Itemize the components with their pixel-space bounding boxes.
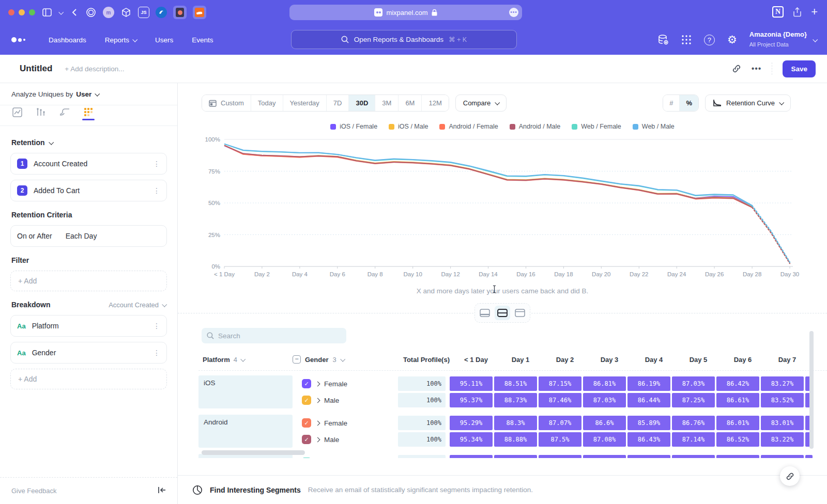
day-column-header[interactable]: Day 6 xyxy=(721,356,765,364)
report-title[interactable]: Untitled xyxy=(20,64,52,74)
back-button[interactable] xyxy=(72,9,77,16)
unit-percent-toggle[interactable]: % xyxy=(680,95,698,111)
mixpanel-logo[interactable] xyxy=(11,37,32,42)
chart-type-dropdown[interactable]: Retention Curve xyxy=(705,94,791,112)
nav-item-users[interactable]: Users xyxy=(155,36,173,44)
retention-value-cell[interactable]: 95.37% xyxy=(450,393,493,407)
legend-item[interactable]: iOS / Male xyxy=(389,123,428,130)
series-checkbox[interactable]: ✓ xyxy=(302,418,311,428)
retention-value-cell[interactable]: 88.51% xyxy=(494,376,537,391)
retention-value-cell[interactable]: 86.6% xyxy=(583,416,626,430)
retention-value-cell[interactable]: 91.43% xyxy=(494,455,537,458)
range-12m[interactable]: 12M xyxy=(422,95,448,111)
retention-value-cell[interactable]: 87.07% xyxy=(539,416,581,430)
globe-extension-icon[interactable] xyxy=(156,7,167,18)
legend-item[interactable]: Web / Male xyxy=(633,123,675,130)
retention-value-cell[interactable]: 88.3% xyxy=(494,416,537,430)
collapse-sidebar-icon[interactable] xyxy=(158,486,166,495)
nav-item-reports[interactable]: Reports xyxy=(105,36,136,44)
nav-item-dashboards[interactable]: Dashboards xyxy=(49,36,86,44)
legend-item[interactable]: Android / Male xyxy=(510,123,561,130)
retention-value-cell[interactable]: 83.52% xyxy=(761,393,804,407)
day-column-header[interactable]: Day 4 xyxy=(632,356,676,364)
retention-value-cell[interactable]: 86.81% xyxy=(583,376,626,391)
day-column-header[interactable]: Day 2 xyxy=(543,356,587,364)
retention-value-cell[interactable]: 86.76% xyxy=(672,416,715,430)
breakdown-add-button[interactable]: + Add xyxy=(10,369,167,389)
legend-item[interactable]: Web / Female xyxy=(572,123,621,130)
close-window-button[interactable] xyxy=(8,9,14,15)
step-options-icon[interactable]: ⋮ xyxy=(153,160,160,168)
retention-value-cell[interactable]: 88.07% xyxy=(716,455,759,458)
range-3m[interactable]: 3M xyxy=(375,95,399,111)
range-today[interactable]: Today xyxy=(251,95,283,111)
analyze-value-dropdown[interactable]: User xyxy=(76,90,99,98)
day-column-header[interactable]: Day 3 xyxy=(587,356,632,364)
day-column-header[interactable]: Day 5 xyxy=(676,356,721,364)
report-description-placeholder[interactable]: + Add description... xyxy=(65,65,124,73)
find-segments-title[interactable]: Find Interesting Segments xyxy=(210,486,301,494)
breakdown-scope-dropdown[interactable]: Account Created xyxy=(109,301,166,309)
retention-value-cell[interactable]: 86.52% xyxy=(716,432,759,447)
series-checkbox[interactable]: ✓ xyxy=(302,396,311,405)
help-icon[interactable]: ? xyxy=(704,35,715,45)
legend-item[interactable]: iOS / Female xyxy=(330,123,377,130)
retention-step-1[interactable]: 1Account Created⋮ xyxy=(10,153,167,175)
retention-value-cell[interactable]: 85.89% xyxy=(627,416,670,430)
view-table-only-toggle[interactable] xyxy=(512,306,528,320)
expand-row-icon[interactable] xyxy=(315,381,320,386)
platform-cell[interactable]: iOS xyxy=(198,375,293,408)
settings-gear-icon[interactable]: ⚙ xyxy=(727,34,737,46)
apps-grid-icon[interactable] xyxy=(681,35,692,45)
project-switcher[interactable]: Amazonia {Demo} All Project Data xyxy=(749,30,817,49)
maximize-window-button[interactable] xyxy=(29,9,35,15)
give-feedback-link[interactable]: Give Feedback xyxy=(11,487,56,495)
retention-value-cell[interactable]: 86.44% xyxy=(627,393,670,407)
save-button[interactable]: Save xyxy=(783,60,816,77)
retention-value-cell[interactable]: 83.01% xyxy=(761,416,804,430)
copy-link-icon[interactable] xyxy=(732,64,741,73)
tab-retention[interactable] xyxy=(83,108,94,120)
retention-value-cell[interactable]: 90.51% xyxy=(539,455,581,458)
target-extension-icon[interactable] xyxy=(85,7,97,18)
retention-value-cell[interactable]: 87.46% xyxy=(539,393,581,407)
filter-add-button[interactable]: + Add xyxy=(10,271,167,291)
gender-cell[interactable]: ✓Female xyxy=(293,458,398,458)
retention-value-cell[interactable]: 83.22% xyxy=(761,432,804,447)
retention-value-cell[interactable]: 86.42% xyxy=(716,376,759,391)
legend-item[interactable]: Android / Female xyxy=(439,123,498,130)
range-custom[interactable]: Custom xyxy=(202,95,251,111)
criteria-operator[interactable]: On or After xyxy=(17,232,52,240)
retention-value-cell[interactable]: 96.37% xyxy=(450,455,493,458)
day-column-header[interactable]: < 1 Day xyxy=(454,356,498,364)
avatar-extension-icon[interactable]: m xyxy=(103,7,114,18)
retention-value-cell[interactable]: 95.29% xyxy=(450,416,493,430)
day-column-header[interactable]: Day 7 xyxy=(765,356,809,364)
gender-cell[interactable]: ✓Male xyxy=(293,435,398,444)
floating-share-link-button[interactable] xyxy=(780,466,800,486)
step-options-icon[interactable]: ⋮ xyxy=(153,186,160,195)
retention-value-cell[interactable]: 88.88% xyxy=(494,432,537,447)
criteria-interval[interactable]: Each Day xyxy=(66,232,97,240)
gender-cell[interactable]: ✓Male xyxy=(293,396,398,405)
series-checkbox[interactable]: ✓ xyxy=(302,458,311,458)
more-options-icon[interactable]: ••• xyxy=(752,64,762,73)
series-checkbox[interactable]: ✓ xyxy=(302,379,311,388)
unit-number-toggle[interactable]: # xyxy=(663,95,680,111)
retention-value-cell[interactable]: 86.61% xyxy=(716,393,759,407)
expand-row-icon[interactable] xyxy=(315,437,320,442)
breakdown-options-icon[interactable]: ⋮ xyxy=(153,322,160,330)
retention-value-cell[interactable]: 85.52% xyxy=(761,455,804,458)
platform-column-header[interactable]: Platform4 xyxy=(198,356,293,364)
tab-insights[interactable] xyxy=(11,108,23,120)
retention-value-cell[interactable]: 86.19% xyxy=(627,376,670,391)
retention-value-cell[interactable]: 87.08% xyxy=(583,432,626,447)
retention-value-cell[interactable]: 88.73% xyxy=(494,393,537,407)
view-split-toggle[interactable] xyxy=(495,306,510,320)
expand-row-icon[interactable] xyxy=(315,420,320,426)
notion-tab-icon[interactable]: N xyxy=(772,6,784,18)
minimize-window-button[interactable] xyxy=(19,9,25,15)
retention-value-cell[interactable]: 95.11% xyxy=(450,376,493,391)
retention-value-cell[interactable]: 95.34% xyxy=(450,432,493,447)
retention-value-cell[interactable]: 87.14% xyxy=(672,432,715,447)
